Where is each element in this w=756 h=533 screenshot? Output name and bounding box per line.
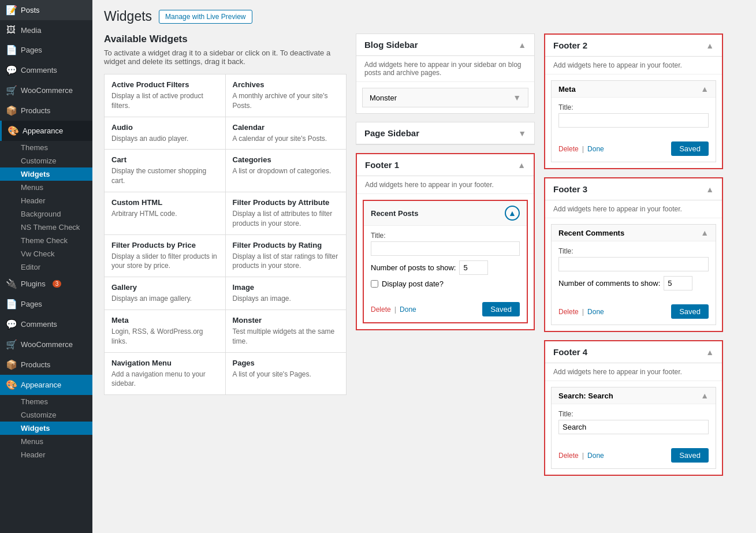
widget-name: Filter Products by Rating [233, 241, 340, 249]
widget-cell[interactable]: Cart Display the customer shopping cart. [105, 150, 226, 192]
sidebar-item-plugins[interactable]: 🔌 Plugins 3 [0, 274, 92, 294]
widget-cell[interactable]: Custom HTML Arbitrary HTML code. [105, 192, 226, 234]
done-link[interactable]: Done [400, 305, 416, 314]
recent-posts-expand-btn[interactable]: ▲ [505, 206, 520, 221]
widget-cell[interactable]: Calendar A calendar of your site's Posts… [225, 117, 347, 150]
sidebar-item-comments[interactable]: 💬 Comments [0, 60, 92, 80]
delete-link[interactable]: Delete [371, 305, 391, 314]
sidebar-item-appearance2[interactable]: 🎨 Appearance [0, 375, 92, 395]
sidebar-item-pages[interactable]: 📄 Pages [0, 40, 92, 60]
widget-desc: Displays an image gallery. [111, 294, 218, 304]
widget-cell[interactable]: Active Product Filters Display a list of… [105, 74, 226, 117]
widget-cell[interactable]: Meta Login, RSS, & WordPress.org links. [105, 310, 226, 352]
sidebar-sub-editor[interactable]: Editor [0, 260, 92, 274]
sidebar-sub-theme-check[interactable]: Theme Check [0, 234, 92, 247]
sidebar-sub-customize[interactable]: Customize [0, 154, 92, 167]
done-link[interactable]: Done [587, 452, 604, 460]
num-comments-input[interactable] [664, 276, 692, 290]
widget-cell[interactable]: Filter Products by Price Display a slide… [105, 234, 226, 277]
widget-cell[interactable]: Monster Test multiple widgets at the sam… [225, 310, 347, 352]
sidebar-item-comments2[interactable]: 💬 Comments [0, 314, 92, 334]
sidebar-sub-menus[interactable]: Menus [0, 181, 92, 194]
num-posts-row: Number of posts to show: [371, 260, 520, 275]
footer3-header: Footer 3 ▲ [545, 178, 722, 200]
delete-link[interactable]: Delete [558, 145, 579, 153]
sidebar-item-woocommerce[interactable]: 🛒 WooCommerce [0, 80, 92, 100]
widget-cell[interactable]: Filter Products by Attribute Display a l… [225, 192, 347, 234]
chevron-up-icon[interactable]: ▲ [517, 161, 526, 170]
chevron-up-icon[interactable]: ▲ [701, 228, 709, 237]
title-input[interactable] [371, 241, 520, 256]
chevron-down-icon[interactable]: ▼ [513, 93, 521, 102]
widget-cell[interactable]: Gallery Displays an image gallery. [105, 277, 226, 310]
search-widget-header[interactable]: Search: Search ▲ [552, 387, 716, 404]
chevron-up-icon[interactable]: ▲ [701, 391, 709, 400]
sidebar: 📝 Posts 🖼 Media 📄 Pages 💬 Comments 🛒 Woo… [0, 0, 92, 533]
widget-cell[interactable]: Navigation Menu Add a navigation menu to… [105, 352, 226, 395]
table-row: Active Product Filters Display a list of… [105, 74, 347, 117]
chevron-up-icon[interactable]: ▲ [706, 185, 714, 194]
num-posts-input[interactable] [459, 260, 488, 275]
saved-button[interactable]: Saved [671, 141, 709, 156]
widget-cell[interactable]: Audio Displays an audio player. [105, 117, 226, 150]
live-preview-button[interactable]: Manage with Live Preview [159, 10, 252, 24]
chevron-up-icon[interactable]: ▲ [706, 348, 714, 357]
chevron-down-icon[interactable]: ▼ [518, 129, 526, 138]
sidebar-sub-header2[interactable]: Header [0, 448, 92, 461]
sidebar-sub-themes[interactable]: Themes [0, 141, 92, 154]
sidebar-item-posts[interactable]: 📝 Posts [0, 0, 92, 20]
recent-comments-header[interactable]: Recent Comments ▲ [552, 225, 716, 241]
done-link[interactable]: Done [587, 145, 604, 153]
saved-button[interactable]: Saved [671, 304, 709, 319]
recent-posts-header[interactable]: Recent Posts ▲ [364, 201, 527, 226]
sidebar-item-label: Appearance [21, 381, 61, 389]
meta-title-input[interactable] [558, 113, 709, 128]
widget-cell[interactable]: Image Displays an image. [225, 277, 347, 310]
search-title-input[interactable] [558, 420, 709, 434]
table-row: Navigation Menu Add a navigation menu to… [105, 352, 347, 395]
blog-sidebar-area: Blog Sidebar ▲ Add widgets here to appea… [356, 33, 535, 114]
sidebar-item-woocommerce2[interactable]: 🛒 WooCommerce [0, 334, 92, 355]
footer2-title: Footer 2 [553, 40, 587, 50]
chevron-up-icon[interactable]: ▲ [701, 84, 709, 94]
sidebar-item-appearance[interactable]: 🎨 Appearance [0, 121, 92, 141]
rc-title-input[interactable] [558, 257, 709, 271]
chevron-up-icon[interactable]: ▲ [706, 41, 714, 50]
saved-button[interactable]: Saved [671, 448, 709, 463]
sidebar-sub-themes2[interactable]: Themes [0, 395, 92, 408]
sidebar-sub-header[interactable]: Header [0, 194, 92, 207]
sidebar-item-media[interactable]: 🖼 Media [0, 20, 92, 40]
meta-widget-header[interactable]: Meta ▲ [552, 81, 716, 98]
chevron-up-icon[interactable]: ▲ [518, 40, 526, 50]
widget-name: Active Product Filters [111, 80, 218, 89]
sidebar-sub-customize2[interactable]: Customize [0, 408, 92, 422]
display-date-label: Display post date? [382, 279, 444, 288]
sidebar-item-pages2[interactable]: 📄 Pages [0, 294, 92, 314]
recent-posts-actions: Delete | Done Saved [364, 299, 527, 322]
sidebar-sub-widgets[interactable]: Widgets [0, 167, 92, 181]
display-date-checkbox[interactable] [371, 280, 378, 288]
widget-cell[interactable]: Categories A list or dropdown of categor… [225, 150, 347, 192]
sidebar-sub-background[interactable]: Background [0, 207, 92, 221]
sidebar-sub-vw-check[interactable]: Vw Check [0, 247, 92, 260]
widget-cell[interactable]: Filter Products by Rating Display a list… [225, 234, 347, 277]
widget-cell[interactable]: Archives A monthly archive of your site'… [225, 74, 347, 117]
widget-name: Cart [111, 155, 218, 164]
num-comments-row: Number of comments to show: [558, 276, 709, 290]
sidebar-sub-widgets2[interactable]: Widgets [0, 422, 92, 435]
meta-form: Title: [552, 98, 716, 138]
sidebar-item-label: WooCommerce [21, 86, 73, 95]
widget-cell[interactable]: Pages A list of your site's Pages. [225, 352, 347, 395]
sidebar-item-products2[interactable]: 📦 Products [0, 355, 92, 375]
delete-link[interactable]: Delete [558, 308, 579, 316]
pages-icon: 📄 [6, 44, 16, 55]
sidebar-sub-menus2[interactable]: Menus [0, 435, 92, 448]
done-link[interactable]: Done [587, 308, 604, 316]
sidebar-sub-ns-theme-check[interactable]: NS Theme Check [0, 221, 92, 234]
monster-widget-header[interactable]: Monster ▼ [363, 88, 528, 107]
table-row: Custom HTML Arbitrary HTML code. Filter … [105, 192, 347, 234]
sidebar-item-products[interactable]: 📦 Products [0, 100, 92, 121]
delete-link[interactable]: Delete [558, 452, 579, 460]
footer3-desc: Add widgets here to appear in your foote… [545, 200, 722, 218]
saved-button[interactable]: Saved [482, 302, 520, 316]
